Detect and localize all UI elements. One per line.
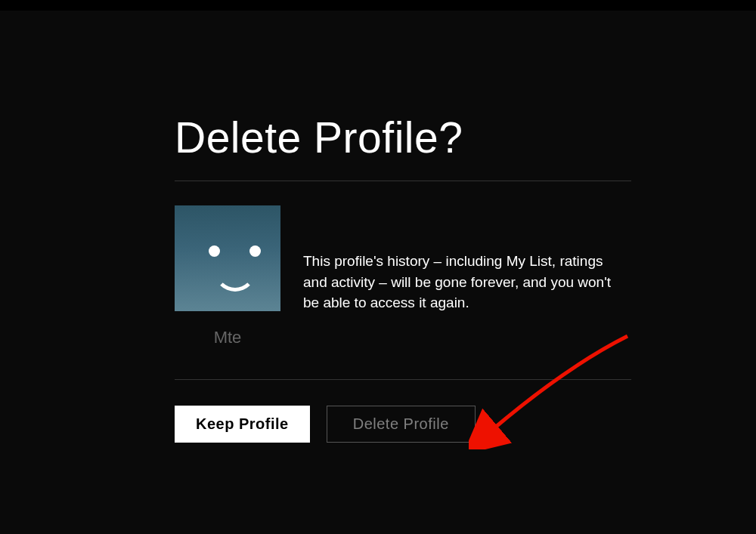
profile-block: Mte (175, 205, 280, 347)
dialog-title: Delete Profile? (175, 113, 631, 181)
button-row: Keep Profile Delete Profile (175, 380, 631, 443)
profile-section: Mte This profile's history – including M… (175, 181, 631, 379)
profile-avatar-icon (175, 205, 280, 311)
keep-profile-button[interactable]: Keep Profile (175, 406, 310, 443)
delete-profile-button[interactable]: Delete Profile (327, 406, 476, 443)
profile-name-label: Mte (214, 328, 242, 347)
top-strip (0, 0, 756, 11)
dialog-description: This profile's history – including My Li… (303, 205, 628, 313)
delete-profile-dialog: Delete Profile? Mte This profile's histo… (0, 11, 631, 443)
